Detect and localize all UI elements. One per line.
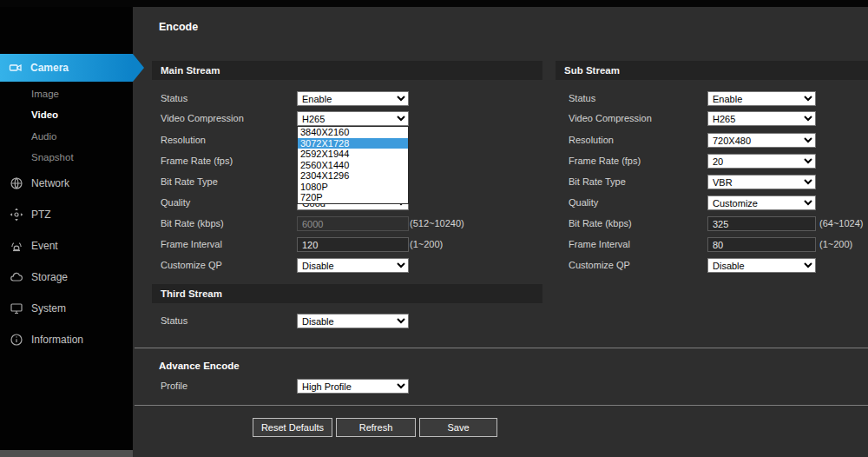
third-status-select[interactable]: Disable xyxy=(297,314,409,328)
main-customize-qp-select[interactable]: Disable xyxy=(297,258,409,273)
profile-label: Profile xyxy=(161,379,187,394)
sub-customize-qp-label: Customize QP xyxy=(569,258,630,273)
main-frame-interval-label: Frame Interval xyxy=(161,237,222,252)
main-frame-rate-label: Frame Rate (fps) xyxy=(161,154,233,169)
sidebar-item-camera[interactable]: Camera xyxy=(0,54,133,82)
submenu-label: Audio xyxy=(31,131,56,142)
sub-video-compression-select[interactable]: H265 xyxy=(707,111,816,126)
resolution-option[interactable]: 2592X1944 xyxy=(298,149,408,160)
third-stream-header: Third Stream xyxy=(152,284,542,303)
sidebar-item-event[interactable]: Event xyxy=(0,236,133,255)
sidebar-item-label: Network xyxy=(31,177,69,189)
submenu-label: Video xyxy=(31,109,58,120)
sidebar-item-information[interactable]: Information xyxy=(0,330,133,349)
sub-frame-rate-select[interactable]: 20 xyxy=(707,154,816,169)
content-area: Encode Main Stream Sub Stream Status Ena… xyxy=(133,7,868,457)
main-frame-interval-hint: (1~200) xyxy=(410,237,443,252)
sidebar-item-label: Event xyxy=(31,240,58,252)
sub-frame-rate-label: Frame Rate (fps) xyxy=(569,154,641,169)
sub-stream-header: Sub Stream xyxy=(556,61,868,80)
sidebar-item-video[interactable]: Video xyxy=(31,106,58,123)
divider xyxy=(135,348,868,348)
sub-bit-rate-input[interactable] xyxy=(707,216,816,231)
main-bit-rate-input xyxy=(297,216,409,231)
sub-bit-rate-hint: (64~1024) xyxy=(819,216,863,231)
sidebar-item-snapshot[interactable]: Snapshot xyxy=(31,149,74,166)
network-icon xyxy=(9,176,23,191)
sidebar-item-label: System xyxy=(31,302,66,315)
divider xyxy=(135,405,868,406)
sub-frame-interval-hint: (1~200) xyxy=(819,237,852,252)
main-video-compression-label: Video Compression xyxy=(161,111,244,126)
main-quality-label: Quality xyxy=(161,195,190,210)
sub-customize-qp-select[interactable]: Disable xyxy=(707,258,816,273)
resolution-option[interactable]: 2304X1296 xyxy=(298,170,408,182)
main-status-select[interactable]: Enable xyxy=(297,91,409,106)
sub-resolution-select[interactable]: 720X480 xyxy=(707,133,816,148)
sidebar-item-label: Information xyxy=(31,334,83,346)
main-frame-interval-input[interactable] xyxy=(297,237,409,252)
main-status-label: Status xyxy=(161,91,187,106)
sub-quality-select[interactable]: Customize xyxy=(707,195,816,210)
sub-quality-label: Quality xyxy=(569,195,598,210)
sub-frame-interval-label: Frame Interval xyxy=(569,237,630,252)
tab-encode[interactable]: Encode xyxy=(159,21,198,33)
main-resolution-label: Resolution xyxy=(161,133,206,148)
sidebar-item-network[interactable]: Network xyxy=(0,174,133,193)
resolution-option[interactable]: 2560X1440 xyxy=(298,160,408,171)
sidebar-item-ptz[interactable]: PTZ xyxy=(0,205,133,224)
sidebar: Camera Image Video Audio Snapshot Networ… xyxy=(0,7,133,450)
resolution-option[interactable]: 1080P xyxy=(298,182,408,193)
sidebar-item-label: Storage xyxy=(31,271,68,283)
main-bit-rate-hint: (512~10240) xyxy=(410,216,464,231)
sub-frame-interval-input[interactable] xyxy=(707,237,816,252)
sub-bit-rate-label: Bit Rate (kbps) xyxy=(569,216,632,231)
main-video-compression-select[interactable]: H265 xyxy=(297,111,409,126)
encode-settings-page: Camera Image Video Audio Snapshot Networ… xyxy=(0,0,868,457)
storage-icon xyxy=(9,270,23,285)
sidebar-item-audio[interactable]: Audio xyxy=(31,128,56,145)
event-icon xyxy=(9,239,23,254)
sub-resolution-label: Resolution xyxy=(569,133,614,148)
resolution-option-selected[interactable]: 3072X1728 xyxy=(298,138,408,149)
main-stream-header: Main Stream xyxy=(152,61,542,80)
top-black-bar xyxy=(0,0,868,7)
action-button-row: Reset Defaults Refresh Save xyxy=(253,418,497,437)
resolution-option[interactable]: 3840X2160 xyxy=(298,127,408,138)
sidebar-item-image[interactable]: Image xyxy=(31,85,59,103)
main-customize-qp-label: Customize QP xyxy=(161,258,222,273)
sub-status-select[interactable]: Enable xyxy=(707,91,816,106)
resolution-option[interactable]: 720P xyxy=(298,192,408,203)
sub-bit-rate-type-select[interactable]: VBR xyxy=(707,175,816,189)
system-icon xyxy=(9,301,23,316)
sub-video-compression-label: Video Compression xyxy=(569,111,652,126)
camera-icon xyxy=(9,61,23,75)
submenu-label: Image xyxy=(31,89,59,99)
main-bit-rate-type-label: Bit Rate Type xyxy=(161,175,218,189)
reset-defaults-button[interactable]: Reset Defaults xyxy=(253,418,332,437)
resolution-dropdown-list: 3840X2160 3072X1728 2592X1944 2560X1440 … xyxy=(297,126,409,204)
horizontal-scrollbar-thumb[interactable] xyxy=(0,450,133,457)
sidebar-item-label: Camera xyxy=(30,62,69,74)
submenu-label: Snapshot xyxy=(31,152,74,162)
profile-select[interactable]: High Profile xyxy=(297,379,409,394)
advance-encode-title: Advance Encode xyxy=(159,361,240,371)
information-icon xyxy=(9,333,23,348)
sub-bit-rate-type-label: Bit Rate Type xyxy=(569,175,626,189)
sub-status-label: Status xyxy=(569,91,595,106)
sidebar-item-storage[interactable]: Storage xyxy=(0,268,133,287)
third-status-label: Status xyxy=(161,314,187,328)
main-bit-rate-label: Bit Rate (kbps) xyxy=(161,216,224,231)
ptz-icon xyxy=(9,208,23,222)
save-button[interactable]: Save xyxy=(419,418,497,437)
sidebar-item-label: PTZ xyxy=(31,209,51,221)
refresh-button[interactable]: Refresh xyxy=(336,418,416,437)
sidebar-item-system[interactable]: System xyxy=(0,299,133,318)
